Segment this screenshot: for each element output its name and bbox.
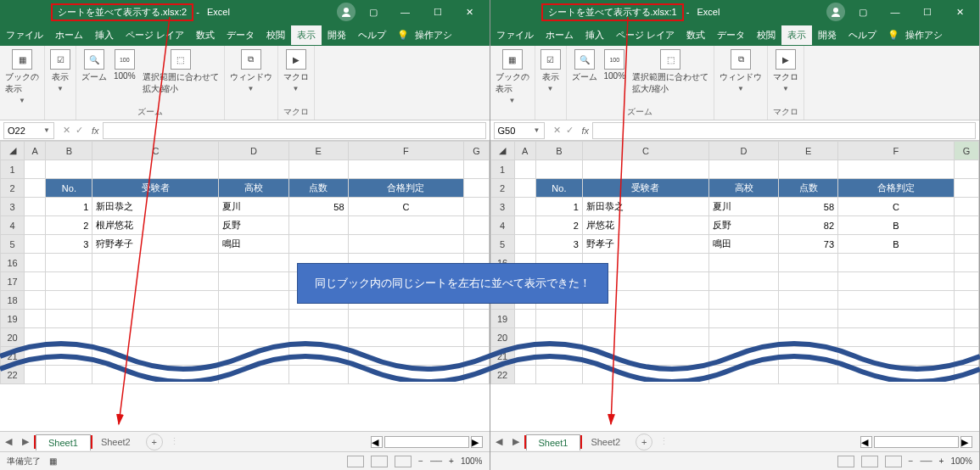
confirm-icon[interactable]: ✓	[76, 125, 83, 136]
cell[interactable]: 根岸悠花	[92, 216, 219, 235]
cell[interactable]: 野孝子	[582, 235, 708, 254]
sheet-tab-active[interactable]: Sheet1	[36, 434, 91, 450]
zoom-in-icon[interactable]: +	[449, 456, 454, 466]
cell[interactable]: 58	[779, 198, 838, 216]
sheet-tab-active[interactable]: Sheet1	[526, 434, 581, 450]
cell[interactable]: B	[838, 216, 955, 235]
minimize-icon[interactable]: —	[881, 1, 910, 23]
row-header[interactable]: 5	[1, 235, 25, 254]
menu-formula[interactable]: 数式	[680, 25, 711, 45]
row-header[interactable]: 4	[1, 216, 25, 235]
macro-record-icon[interactable]: ▦	[49, 456, 57, 466]
zoom-level[interactable]: 100%	[950, 456, 972, 466]
col-header[interactable]: G	[954, 142, 978, 160]
row-header[interactable]: 17	[1, 272, 25, 291]
row-header[interactable]: 5	[490, 235, 514, 254]
zoom-out-icon[interactable]: −	[418, 456, 423, 466]
menu-review[interactable]: 校閲	[751, 25, 781, 45]
cell[interactable]: 3	[535, 235, 582, 254]
maximize-icon[interactable]: ☐	[423, 1, 452, 23]
tab-nav-next-icon[interactable]: ▶	[17, 436, 34, 447]
cancel-icon[interactable]: ✕	[63, 125, 70, 136]
window-button[interactable]: ⧉ウィンドウ▼	[720, 49, 762, 92]
row-header[interactable]: 2	[1, 179, 25, 198]
close-icon[interactable]: ✕	[456, 1, 484, 23]
cell[interactable]: 高校	[219, 179, 288, 198]
menu-home[interactable]: ホーム	[540, 25, 580, 45]
menu-insert[interactable]: 挿入	[580, 25, 610, 45]
zoom-button[interactable]: 🔍ズーム	[572, 49, 597, 83]
macro-button[interactable]: ▶マクロ▼	[283, 49, 309, 92]
row-header[interactable]: 19	[490, 310, 514, 328]
col-header[interactable]: D	[708, 142, 778, 160]
tab-nav-prev-icon[interactable]: ◀	[0, 436, 17, 447]
zoom-100-button[interactable]: 100100%	[114, 49, 136, 81]
cell[interactable]: 受験者	[582, 179, 708, 198]
menu-data[interactable]: データ	[221, 25, 260, 45]
view-normal-icon[interactable]	[837, 456, 854, 467]
show-button[interactable]: ☑表示▼	[50, 49, 70, 92]
new-sheet-icon[interactable]: +	[636, 434, 652, 450]
cell[interactable]: 合格判定	[838, 179, 955, 198]
col-header[interactable]: B	[535, 142, 582, 160]
cell[interactable]: 新田恭之	[582, 198, 708, 216]
tell-me[interactable]: 操作アシ	[409, 25, 458, 45]
ribbon-display-icon[interactable]: ▢	[359, 1, 388, 23]
cell[interactable]: 82	[779, 216, 838, 235]
menu-layout[interactable]: ページ レイア	[610, 25, 680, 45]
col-header[interactable]: F	[348, 142, 464, 160]
cell[interactable]: 2	[535, 216, 582, 235]
menu-home[interactable]: ホーム	[49, 25, 89, 45]
col-header[interactable]: E	[288, 142, 348, 160]
tab-nav-prev-icon[interactable]: ◀	[490, 436, 507, 447]
ribbon-display-icon[interactable]: ▢	[848, 1, 877, 23]
scroll-left-icon[interactable]: ◀	[371, 436, 383, 448]
tab-nav-next-icon[interactable]: ▶	[507, 436, 524, 447]
new-sheet-icon[interactable]: +	[146, 434, 163, 450]
macro-button[interactable]: ▶マクロ▼	[773, 49, 798, 92]
close-icon[interactable]: ✕	[945, 1, 974, 23]
window-button[interactable]: ⧉ウィンドウ▼	[230, 49, 272, 92]
col-header[interactable]: G	[464, 142, 489, 160]
show-button[interactable]: ☑表示▼	[540, 49, 561, 92]
cell[interactable]: 高校	[708, 179, 778, 198]
cell[interactable]: 夏川	[708, 198, 778, 216]
sheet-tab[interactable]: Sheet2	[92, 434, 139, 450]
row-header[interactable]: 3	[490, 198, 514, 216]
col-header[interactable]: C	[582, 142, 708, 160]
menu-view[interactable]: 表示	[781, 25, 812, 45]
cell[interactable]: 反野	[708, 216, 778, 235]
menu-dev[interactable]: 開発	[812, 25, 843, 45]
zoom-in-icon[interactable]: +	[939, 456, 944, 466]
tell-me[interactable]: 操作アシ	[899, 25, 949, 45]
cell[interactable]: 1	[535, 198, 582, 216]
menu-help[interactable]: ヘルプ	[843, 25, 882, 45]
view-break-icon[interactable]	[885, 456, 902, 467]
menu-data[interactable]: データ	[711, 25, 751, 45]
minimize-icon[interactable]: —	[391, 1, 420, 23]
cell[interactable]: 73	[779, 235, 838, 254]
cell[interactable]: 狩野孝子	[92, 235, 219, 254]
row-header[interactable]: 2	[490, 179, 514, 198]
name-box[interactable]: G50▼	[494, 122, 545, 139]
cell[interactable]: 鳴田	[708, 235, 778, 254]
scrollbar[interactable]	[874, 436, 959, 448]
confirm-icon[interactable]: ✓	[566, 125, 574, 136]
cell[interactable]: 岸悠花	[582, 216, 708, 235]
col-header[interactable]: A	[25, 142, 46, 160]
menu-review[interactable]: 校閲	[260, 25, 291, 45]
cell[interactable]: 受験者	[92, 179, 219, 198]
menu-file[interactable]: ファイル	[0, 25, 49, 45]
account-icon[interactable]	[337, 3, 356, 21]
row-header[interactable]: 1	[1, 160, 25, 179]
view-layout-icon[interactable]	[861, 456, 878, 467]
view-layout-icon[interactable]	[371, 456, 388, 467]
col-header[interactable]: D	[219, 142, 288, 160]
fx-icon[interactable]: fx	[579, 126, 593, 136]
cell[interactable]: 1	[46, 198, 92, 216]
col-header[interactable]: B	[46, 142, 92, 160]
zoom-level[interactable]: 100%	[461, 456, 483, 466]
account-icon[interactable]	[826, 3, 845, 21]
name-box[interactable]: O22▼	[3, 122, 54, 139]
cell[interactable]: 新田恭之	[92, 198, 219, 216]
